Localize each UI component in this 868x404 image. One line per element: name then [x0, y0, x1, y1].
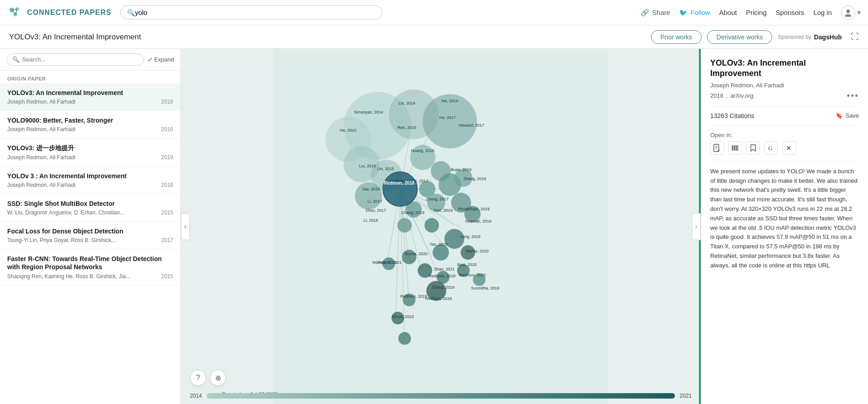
share-button[interactable]: 🔗 Share [641, 9, 670, 17]
right-panel: YOLOv3: An Incremental Improvement Josep… [701, 49, 868, 404]
rp-more-button[interactable]: ••• [847, 90, 859, 101]
svg-point-63 [398, 332, 411, 345]
paper-item-authors: Tsung-Yi Lin, Priya Goyal, Ross B. Girsh… [7, 237, 161, 243]
node-label-lin2015: Lin, 2015 [377, 166, 394, 171]
search-icon: 🔍 [127, 9, 135, 16]
paper-item-authors: Joseph Redmon, Ali Farhadi [7, 126, 161, 133]
node-label-he2015: He, 2015 [340, 128, 357, 133]
avatar [841, 5, 855, 20]
collapse-panel-button[interactable]: › [692, 213, 701, 240]
timeline-bar [207, 393, 675, 399]
open-in-barcode-icon[interactable] [728, 141, 742, 155]
paper-item-year: 2018 [161, 99, 173, 105]
nav-right: 🔗 Share 🐦 Follow About Pricing Sponsors … [641, 5, 861, 20]
svg-rect-71 [732, 145, 733, 151]
help-button[interactable]: ? [190, 370, 206, 386]
about-button[interactable]: About [719, 9, 737, 16]
sponsored-by-label: Sponsored by [778, 34, 811, 40]
secondbar-right: Prior works Derivative works Sponsored b… [651, 30, 859, 44]
node-label-lin2014: Lin, 2014 [398, 101, 415, 105]
node-label-simonyan2014: Simonyan, 2014 [354, 110, 383, 114]
node-label-shruti2019: Shruti, 2019 [392, 314, 414, 319]
node-label-nsamati2019: Nsamati, 2019 [465, 219, 491, 223]
user-menu[interactable]: ▾ [841, 5, 861, 20]
sidebar-paper-item[interactable]: YOLOv 3 : An Incremental Improvement Jos… [0, 166, 180, 194]
node-label-zhou2017: Zhou, 2017 [365, 208, 386, 213]
sidebar-search-icon: 🔍 [12, 56, 19, 63]
node-label-huang2016: Huang, 2016 [411, 148, 434, 153]
paper-item-year: 2015 [161, 209, 173, 216]
paper-item-title: YOLOv3: An Incremental Improvement [7, 89, 173, 97]
sidebar-search-input[interactable] [22, 56, 138, 63]
follow-button[interactable]: 🐦 Follow [679, 9, 710, 17]
node-label-susmitha2019: Susmitha, 2019 [471, 286, 500, 290]
svg-point-50 [397, 218, 412, 233]
expand-button[interactable]: ⤢ Expand [147, 56, 174, 63]
graph-area[interactable]: ‹ › [181, 49, 701, 404]
rp-open-in-icons: P G ✕ [710, 141, 859, 155]
paper-item-year: 2017 [161, 237, 173, 243]
paper-item-title: YOLO9000: Better, Faster, Stronger [7, 116, 173, 124]
timeline: 2014 2021 [181, 388, 701, 404]
svg-point-51 [383, 172, 417, 206]
sidebar: 🔍 ⤢ Expand Origin paper YOLOv3: An Incre… [0, 49, 181, 404]
open-in-bookmark-icon[interactable] [746, 141, 760, 155]
paper-item-meta: Joseph Redmon, Ali Farhadi 2016 [7, 126, 173, 133]
svg-text:P: P [717, 149, 720, 152]
svg-marker-77 [751, 145, 755, 151]
rp-open-in: Open in: P G ✕ [710, 132, 859, 155]
share-icon: 🔗 [641, 9, 649, 17]
node-label-li2017: Li, 2017 [368, 199, 382, 204]
rp-year: 2018 [710, 92, 723, 99]
open-in-scholar-icon[interactable]: G [764, 141, 778, 155]
sidebar-paper-item[interactable]: Focal Loss for Dense Object Detection Ts… [0, 222, 180, 249]
paper-title-bar: YOLOv3: An Incremental Improvement [9, 33, 651, 42]
paper-item-meta: W. Liu, Dragomir Anguelov, D. Erhan, Chr… [7, 209, 173, 216]
svg-text:G: G [768, 145, 773, 152]
node-label-zhao2021: Zhao, 2021 [434, 267, 455, 271]
search-bar[interactable]: 🔍 [120, 5, 382, 19]
graph-visualization[interactable]: Lin, 2014 He, 2014 Simonyan, 2014 He, 20… [181, 49, 701, 404]
top-navigation: CONNECTED PAPERS 🔍 🔗 Share 🐦 Follow Abou… [0, 0, 868, 25]
paper-item-title: YOLOv3: 进一步地提升 [7, 144, 173, 152]
node-label-he2017: He, 2017 [439, 115, 456, 120]
sponsor-area: Sponsored by DagsHub [778, 33, 842, 41]
sidebar-search[interactable]: 🔍 [6, 53, 144, 66]
paper-item-meta: Joseph Redmon, Ali Farhadi 2018 [7, 182, 173, 188]
node-label-zhang2019b: Zhang, 2019 [432, 285, 455, 290]
search-input[interactable] [135, 9, 376, 16]
collapse-sidebar-button[interactable]: ‹ [181, 213, 190, 240]
center-button[interactable]: ⊕ [210, 370, 226, 386]
svg-rect-75 [736, 145, 737, 151]
node-label-redmon2020: Redmon, 2020 [459, 273, 486, 277]
rp-divider-3 [710, 161, 859, 162]
node-label-he2014: He, 2014 [442, 99, 458, 103]
derivative-works-button[interactable]: Derivative works [707, 30, 773, 44]
node-label-yang2019: Yang, 2019 [460, 234, 480, 239]
login-button[interactable]: Log in [813, 9, 832, 16]
rp-year-source: 2018 , arXiv.org ••• [710, 90, 859, 101]
prior-works-button[interactable]: Prior works [651, 30, 702, 44]
paper-item-authors: W. Liu, Dragomir Anguelov, D. Erhan, Chr… [7, 209, 161, 216]
rp-open-in-label: Open in: [710, 132, 859, 138]
sidebar-paper-item[interactable]: YOLOv3: An Incremental Improvement Josep… [0, 83, 180, 111]
sidebar-paper-item[interactable]: YOLOv3: 进一步地提升 Joseph Redmon, Ali Farhad… [0, 138, 180, 166]
sidebar-paper-item[interactable]: YOLO9000: Better, Faster, Stronger Josep… [0, 111, 180, 138]
open-in-twitter-icon[interactable]: ✕ [783, 141, 796, 155]
node-label-zhang2019: Zhang, 2019 [463, 176, 486, 181]
bookmark-icon: 🔖 [835, 112, 843, 119]
svg-point-55 [433, 244, 449, 261]
sponsor-logo[interactable]: DagsHub [814, 33, 842, 41]
pricing-button[interactable]: Pricing [746, 9, 767, 16]
expand-icon: ⤢ [147, 56, 152, 63]
logo-area[interactable]: CONNECTED PAPERS [7, 5, 111, 21]
open-in-pdf-icon[interactable]: P [710, 141, 724, 155]
sponsors-button[interactable]: Sponsors [776, 9, 804, 16]
rp-save-button[interactable]: 🔖 Save [835, 112, 859, 119]
rp-source: arXiv.org [731, 92, 754, 99]
sidebar-paper-item[interactable]: SSD: Single Shot MultiBox Detector W. Li… [0, 194, 180, 222]
sidebar-paper-item[interactable]: Faster R-CNN: Towards Real-Time Object D… [0, 249, 180, 285]
paper-item-title: Focal Loss for Dense Object Detection [7, 227, 173, 235]
fullscreen-button[interactable]: ⛶ [851, 32, 859, 42]
paper-item-meta: Joseph Redmon, Ali Farhadi 2018 [7, 99, 173, 105]
